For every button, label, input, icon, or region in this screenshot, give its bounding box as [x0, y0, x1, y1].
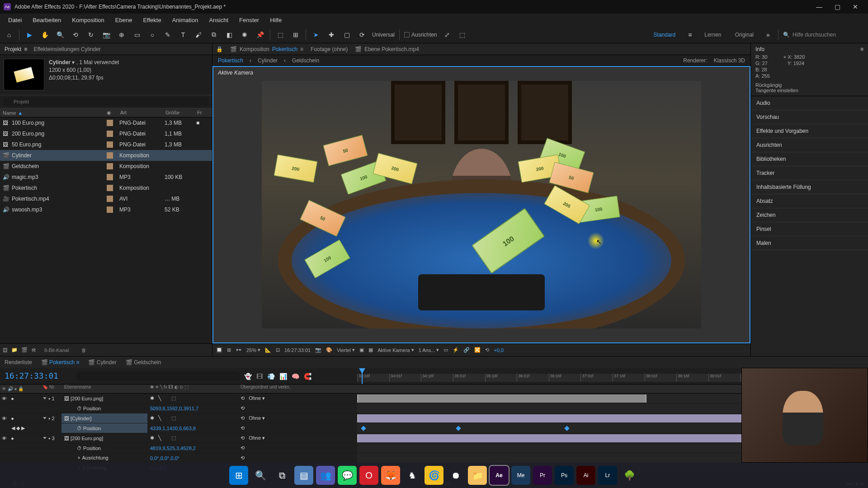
axis-world-icon[interactable]: ⊞ — [290, 29, 301, 40]
ruler-icon[interactable]: 📐 — [265, 347, 271, 353]
comp-flow-icon[interactable]: 🔀 — [474, 347, 481, 353]
panel-absatz[interactable]: Absatz — [751, 194, 868, 208]
comp-lock-icon[interactable]: 🔒 — [216, 46, 223, 52]
panel-tracker[interactable]: Tracker — [751, 166, 868, 180]
workspace-lernen[interactable]: Lernen — [700, 30, 726, 40]
layer-row[interactable]: 👁 ● ▪ 3🖼 [200 Euro.png]✱ ╲ ⬚⟲ Ohne ▾ — [0, 433, 868, 443]
tl-tab-pokertisch[interactable]: 🎬 Pokertisch ≡ — [41, 359, 80, 366]
project-item[interactable]: 🔊swoosh.mp3MP352 KB — [0, 204, 212, 215]
menu-animation[interactable]: Animation — [168, 15, 203, 25]
resolution-dropdown[interactable]: Viertel ▾ — [337, 347, 355, 353]
footage-tab[interactable]: Footage (ohne) — [311, 46, 348, 52]
renderer-value[interactable]: Klassisch 3D — [714, 57, 745, 64]
panel-effekte-und-vorgaben[interactable]: Effekte und Vorgaben — [751, 124, 868, 138]
menu-effekte[interactable]: Effekte — [138, 15, 165, 25]
interpret-icon[interactable]: 🖼 — [3, 347, 8, 353]
tl-brain-icon[interactable]: 🧠 — [292, 373, 299, 380]
project-item[interactable]: 🎬PokertischKomposition — [0, 183, 212, 193]
snapshot-icon[interactable]: 📷 — [315, 347, 321, 353]
layer-tab[interactable]: 🎬 Ebene Pokertisch.mp4 — [355, 46, 419, 52]
effect-controls-tab[interactable]: Effekteinstellungen Cylinder — [33, 46, 101, 52]
menu-ebene[interactable]: Ebene — [111, 15, 137, 25]
playhead[interactable] — [362, 368, 363, 384]
property-position[interactable]: ⏱ Position5093,6,1592,0,3911,7⟲ — [0, 404, 868, 413]
panel-menu-icon[interactable]: ≡ — [860, 46, 863, 52]
adjust-icon[interactable]: 🛠 — [31, 347, 36, 353]
taskbar-opera[interactable]: O — [359, 466, 378, 485]
taskbar-app3[interactable]: 🌳 — [620, 466, 639, 485]
taskbar-obs[interactable]: ⏺ — [446, 466, 465, 485]
project-item[interactable]: 🎬CylinderKomposition — [0, 150, 212, 161]
taskbar-mediaencoder[interactable]: Me — [511, 466, 530, 485]
timeline-timecode[interactable]: 16:27:33:01 — [0, 368, 72, 384]
panel-ausrichten[interactable]: Ausrichten — [751, 138, 868, 152]
tl-tab-cylinder[interactable]: 🎬 Cylinder — [88, 359, 116, 366]
3d-arrow-icon[interactable]: ➤ — [311, 29, 321, 40]
brush-tool[interactable]: 🖌 — [193, 29, 204, 40]
taskbar-app2[interactable]: 🌀 — [425, 466, 443, 485]
trash-icon[interactable]: 🗑 — [81, 347, 86, 353]
taskbar-start[interactable]: ⊞ — [229, 466, 248, 485]
tl-moblur-icon[interactable]: 💨 — [267, 373, 275, 380]
zoom-dropdown[interactable]: 25% ▾ — [246, 347, 260, 353]
home-tool[interactable]: ⌂ — [4, 29, 14, 40]
tl-frameblend-icon[interactable]: 🎞 — [256, 373, 263, 380]
taskbar-photoshop[interactable]: Ps — [555, 466, 574, 485]
pan-behind-tool[interactable]: ⊕ — [116, 29, 127, 40]
guides-icon[interactable]: ⊡ — [276, 347, 280, 353]
workspace-menu-icon[interactable]: ≡ — [684, 29, 695, 40]
3d-plus-icon[interactable]: ✚ — [326, 29, 337, 40]
maximize-button[interactable]: ▢ — [828, 0, 846, 14]
taskbar-taskview[interactable]: ⧉ — [273, 466, 292, 485]
project-item[interactable]: 🖼200 Euro.pngPNG-Datei1,1 MB — [0, 128, 212, 139]
composition-viewer[interactable]: Aktive Kamera 50 200 100 200 50 100 100 … — [212, 66, 750, 343]
puppet-tool[interactable]: 📌 — [255, 29, 265, 40]
layer-row[interactable]: 👁 ● ▪ 1🖼 [200 Euro.png]✱ ╲ ⬚⟲ Ohne ▾ — [0, 394, 868, 404]
panel-inhaltsbasierte-füllung[interactable]: Inhaltsbasierte Füllung — [751, 180, 868, 194]
axis-local-icon[interactable]: ⬚ — [275, 29, 286, 40]
menu-komposition[interactable]: Komposition — [67, 15, 109, 25]
folder-icon[interactable]: 📁 — [11, 347, 18, 353]
tl-graph-icon[interactable]: 📊 — [279, 373, 287, 380]
universal-refresh-icon[interactable]: ⟳ — [357, 29, 368, 40]
taskbar-app1[interactable]: ♞ — [403, 466, 422, 485]
views-dropdown[interactable]: 1 Ans... ▾ — [419, 347, 439, 353]
camera-dropdown[interactable]: Aktive Kamera ▾ — [377, 347, 414, 353]
camera-tool[interactable]: 📷 — [101, 29, 112, 40]
eraser-tool[interactable]: ◧ — [224, 29, 235, 40]
region-icon[interactable]: ▣ — [359, 347, 364, 353]
crumb-pokertisch[interactable]: Pokertisch — [218, 57, 243, 64]
snapping-toggle[interactable]: Ausrichten — [404, 32, 437, 38]
3d-box-icon[interactable]: ▢ — [341, 29, 352, 40]
ellipse-tool[interactable]: ○ — [147, 29, 158, 40]
exposure-value[interactable]: +0,0 — [494, 347, 504, 353]
mask-icon[interactable]: 👓 — [236, 347, 242, 353]
panel-pinsel[interactable]: Pinsel — [751, 222, 868, 236]
crumb-geldschein[interactable]: Geldschein — [292, 57, 319, 64]
reset-exposure-icon[interactable]: ⟲ — [485, 347, 489, 353]
taskbar-widgets[interactable]: ▤ — [294, 466, 313, 485]
project-item[interactable]: 🎬GeldscheinKomposition — [0, 161, 212, 172]
tl-shy-icon[interactable]: 👻 — [244, 373, 252, 380]
project-tab[interactable]: Projekt ≡ — [5, 46, 27, 52]
magnify-icon[interactable]: 🔲 — [216, 347, 222, 353]
viewer-timecode[interactable]: 16:27:33:01 — [284, 347, 311, 353]
menu-ansicht[interactable]: Ansicht — [204, 15, 233, 25]
taskbar-aftereffects[interactable]: Ae — [490, 466, 509, 485]
grid-icon[interactable]: ⊞ — [227, 347, 231, 353]
clone-tool[interactable]: ⧉ — [208, 29, 219, 40]
panel-zeichen[interactable]: Zeichen — [751, 208, 868, 222]
bit-depth[interactable]: 8-Bit-Kanal — [44, 347, 69, 353]
rotate-tool[interactable]: ↻ — [85, 29, 96, 40]
panel-malen[interactable]: Malen — [751, 236, 868, 250]
tl-snap-icon[interactable]: 🧲 — [304, 373, 311, 380]
type-tool[interactable]: T — [178, 29, 189, 40]
taskbar-explorer[interactable]: 📁 — [468, 466, 487, 485]
panel-vorschau[interactable]: Vorschau — [751, 110, 868, 124]
taskbar-firefox[interactable]: 🦊 — [381, 466, 400, 485]
property-position[interactable]: ⏱ Position4819,9,525,3,4528,2⟲ — [0, 443, 868, 453]
project-item[interactable]: 🖼50 Euro.pngPNG-Datei1,3 MB — [0, 139, 212, 150]
taskbar-whatsapp[interactable]: 💬 — [338, 466, 357, 485]
selection-tool[interactable]: ▶ — [24, 29, 35, 40]
taskbar-search[interactable]: 🔍 — [251, 466, 270, 485]
